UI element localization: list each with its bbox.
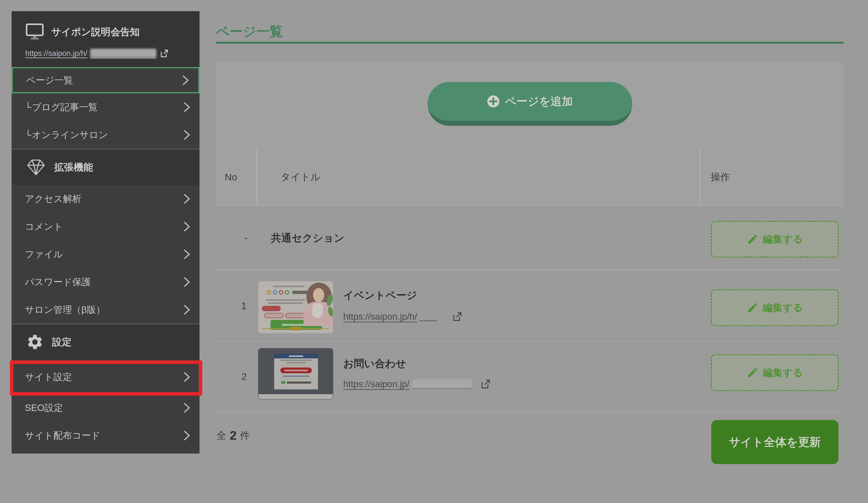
chevron-right-icon: [183, 430, 190, 441]
external-link-icon[interactable]: [480, 378, 491, 390]
chevron-right-icon: [182, 74, 189, 86]
sidebar-item-password-protect[interactable]: パスワード保護: [12, 268, 199, 296]
table-row-event-page: 1 イベントページ https://saipon.jp/h/: [216, 270, 844, 342]
chevron-right-icon: [183, 101, 190, 113]
row-title: イベントページ: [343, 289, 417, 302]
plus-circle-icon: [487, 95, 500, 108]
add-page-button[interactable]: ページを追加: [427, 82, 632, 126]
chevron-right-icon: [183, 221, 190, 232]
chevron-right-icon: [183, 304, 190, 315]
sidebar-section-extensions: 拡張機能: [12, 149, 199, 185]
edit-button[interactable]: 編集する: [711, 354, 839, 391]
sidebar-item-site-code[interactable]: サイト配布コード: [12, 422, 199, 450]
row-number: -: [245, 206, 248, 270]
sidebar-item-seo-settings[interactable]: SEO設定: [12, 394, 199, 422]
page-url-link[interactable]: https://saipon.jp/h/: [343, 311, 417, 322]
external-link-icon[interactable]: [159, 48, 169, 58]
site-title: サイポン説明会告知: [51, 26, 140, 39]
column-separator: [256, 149, 257, 205]
chevron-right-icon: [183, 193, 190, 205]
column-header-actions: 操作: [711, 149, 730, 205]
thumbnail-contact-button: [280, 368, 312, 373]
sidebar-item-online-salon[interactable]: └オンラインサロン: [12, 121, 199, 149]
table-row-common-section: - 共通セクション 編集する: [216, 206, 844, 270]
highlight-red-box: [10, 360, 202, 396]
chevron-right-icon: [183, 249, 190, 260]
thumbnail-header-bar: [274, 354, 318, 358]
add-page-panel: ページを追加: [216, 62, 844, 149]
page-title: ページ一覧: [216, 22, 283, 41]
sidebar-item-files[interactable]: ファイル: [12, 240, 199, 268]
column-header-title: タイトル: [281, 149, 320, 205]
update-site-button[interactable]: サイト全体を更新: [711, 420, 838, 464]
sidebar-section-settings: 設定: [12, 324, 199, 360]
chevron-right-icon: [183, 402, 190, 414]
diamond-icon: [26, 159, 46, 176]
count-value: 2: [230, 428, 237, 443]
page-thumbnail-event: [258, 281, 333, 333]
table-row-contact-page: 2 お問い合わせ https://saipon.jp/: [216, 342, 844, 412]
sidebar-item-salon-management[interactable]: サロン管理（β版）: [12, 296, 199, 324]
redacted-url-part: [90, 49, 156, 58]
chevron-right-icon: [183, 276, 190, 288]
site-url-link[interactable]: https://saipon.jp/h/: [25, 49, 87, 58]
table-header-row: No タイトル 操作: [216, 149, 844, 206]
main-content: ページ一覧 ページを追加 No タイトル 操作 - 共通セクション 編集する: [216, 0, 844, 503]
pencil-icon: [747, 233, 758, 245]
row-title: お問い合わせ: [343, 357, 406, 371]
sidebar-item-page-list[interactable]: ページ一覧: [12, 67, 199, 93]
pencil-icon: [747, 366, 758, 379]
sidebar-item-blog-list[interactable]: └ブログ記事一覧: [12, 93, 199, 121]
row-number: 2: [241, 342, 247, 411]
site-header: サイポン説明会告知 https://saipon.jp/h/: [12, 11, 199, 67]
page-url-link[interactable]: https://saipon.jp/: [343, 379, 410, 389]
sidebar-item-comments[interactable]: コメント: [12, 213, 199, 240]
column-separator: [700, 149, 700, 205]
pencil-icon: [747, 302, 758, 314]
page-list-screen: { "colors": { "page_bg": "#9b9b9b", "pan…: [0, 0, 868, 503]
page-thumbnail-contact: [258, 348, 333, 400]
sidebar-item-access-analytics[interactable]: アクセス解析: [12, 185, 199, 213]
edit-button[interactable]: 編集する: [711, 289, 839, 326]
column-header-no: No: [225, 149, 237, 205]
row-title: 共通セクション: [271, 231, 344, 245]
external-link-icon[interactable]: [451, 311, 463, 322]
title-underline: [216, 42, 844, 44]
redacted-url-part: [412, 379, 472, 389]
gear-icon: [26, 333, 44, 351]
url-underline-tail: [419, 312, 437, 321]
total-count: 全2件: [216, 428, 250, 443]
monitor-icon: [25, 23, 44, 41]
edit-button[interactable]: 編集する: [711, 221, 839, 258]
chevron-right-icon: [183, 129, 190, 141]
row-number: 1: [241, 270, 247, 341]
